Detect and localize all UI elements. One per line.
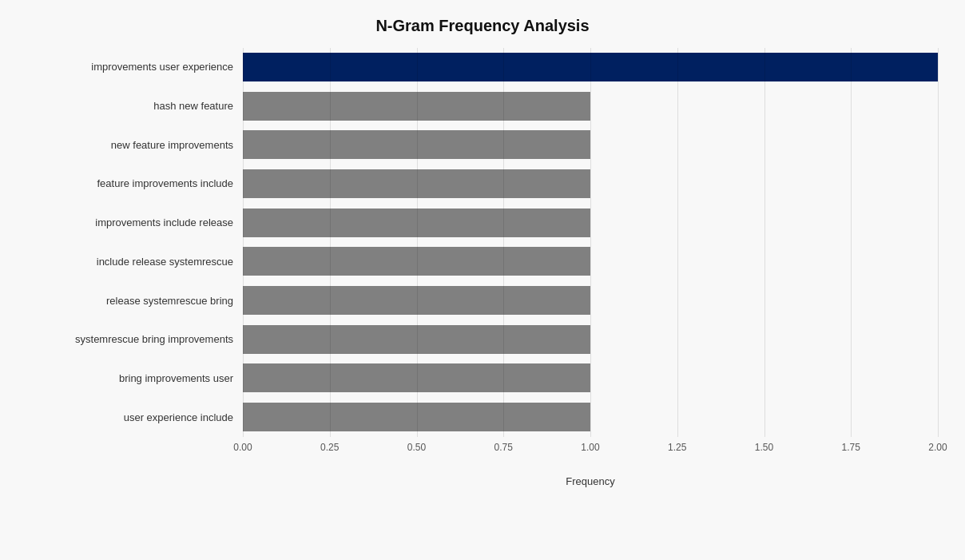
bar-track: [243, 325, 938, 354]
x-axis-tick: 1.50: [755, 442, 773, 453]
bar-fill: [243, 209, 590, 237]
x-axis-tick: 1.75: [842, 442, 860, 453]
bar-fill: [243, 169, 590, 198]
bar-row: bring improvements user: [27, 359, 938, 398]
bar-track: [243, 169, 938, 198]
grid-line: [938, 48, 939, 437]
bar-row: improvements user experience: [27, 48, 938, 87]
bar-row: improvements include release: [27, 203, 938, 242]
bar-track: [243, 130, 938, 159]
bar-fill: [243, 92, 590, 121]
bar-label: include release systemrescue: [27, 256, 243, 268]
bar-track: [243, 209, 938, 237]
bars-section: improvements user experiencehash new fea…: [27, 48, 938, 437]
bar-label: feature improvements include: [27, 177, 243, 189]
x-axis-tick: 1.00: [581, 442, 599, 453]
bar-fill: [243, 325, 590, 354]
chart-title: N-Gram Frequency Analysis: [27, 17, 938, 35]
x-axis-title: Frequency: [243, 475, 938, 487]
x-axis-tick: 2.00: [928, 442, 947, 453]
bar-fill: [243, 247, 590, 276]
bar-fill: [243, 286, 590, 315]
bar-fill: [243, 363, 590, 392]
bar-label: release systemrescue bring: [27, 295, 243, 307]
bar-row: release systemrescue bring: [27, 281, 938, 320]
bar-row: hash new feature: [27, 86, 938, 125]
bar-label: hash new feature: [27, 100, 243, 112]
bar-label: new feature improvements: [27, 139, 243, 151]
bar-fill: [243, 53, 938, 81]
chart-area: improvements user experiencehash new fea…: [27, 48, 938, 487]
x-axis-tick: 0.00: [233, 442, 252, 453]
bar-fill: [243, 403, 590, 431]
bar-label: user experience include: [27, 411, 243, 423]
x-axis-tick: 1.25: [668, 442, 686, 453]
bar-track: [243, 53, 938, 81]
x-axis-tick: 0.25: [320, 442, 339, 453]
bar-track: [243, 247, 938, 276]
chart-container: N-Gram Frequency Analysis improvements u…: [11, 9, 954, 552]
bar-track: [243, 92, 938, 121]
bar-fill: [243, 130, 590, 159]
x-axis: 0.000.250.500.751.001.251.501.752.00: [243, 442, 938, 458]
bar-track: [243, 403, 938, 431]
x-axis-tick: 0.50: [407, 442, 426, 453]
x-axis-tick: 0.75: [494, 442, 513, 453]
bar-label: improvements user experience: [27, 61, 243, 73]
bar-label: improvements include release: [27, 216, 243, 228]
bar-row: systemrescue bring improvements: [27, 320, 938, 359]
bar-label: bring improvements user: [27, 372, 243, 384]
bar-track: [243, 286, 938, 315]
bar-track: [243, 363, 938, 392]
bar-row: new feature improvements: [27, 125, 938, 165]
bar-row: include release systemrescue: [27, 242, 938, 281]
bar-row: feature improvements include: [27, 165, 938, 204]
bar-label: systemrescue bring improvements: [27, 333, 243, 345]
bar-row: user experience include: [27, 398, 938, 437]
